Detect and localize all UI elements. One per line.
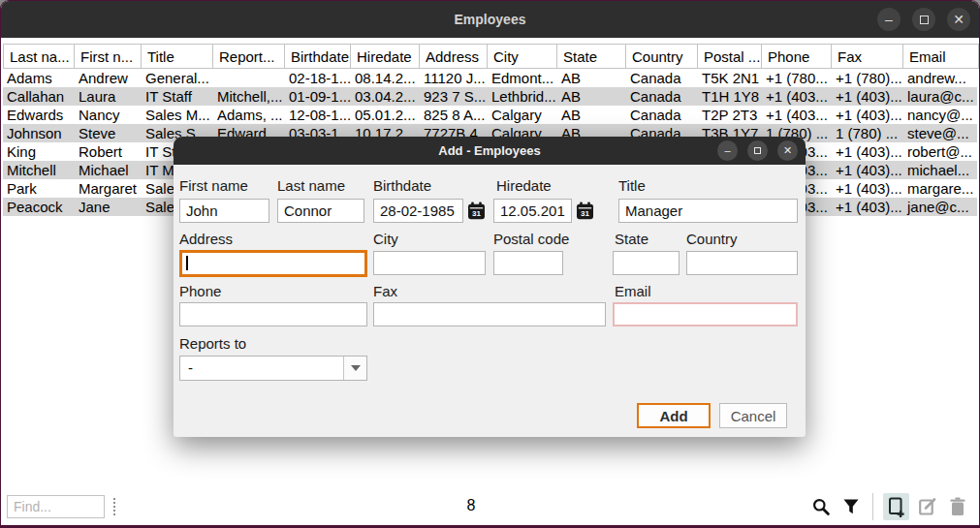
- table-cell[interactable]: margare...: [903, 179, 979, 198]
- table-cell[interactable]: 825 8 A...: [420, 106, 488, 124]
- table-cell[interactable]: AB: [557, 106, 626, 124]
- column-header-3[interactable]: Report...: [213, 44, 285, 69]
- table-row[interactable]: CallahanLauraIT StaffMitchell,...01-09-1…: [3, 87, 977, 106]
- column-header-0[interactable]: Last na...: [3, 44, 75, 69]
- last-name-field[interactable]: [277, 199, 364, 223]
- table-cell[interactable]: Canada: [626, 106, 698, 124]
- dialog-minimize-button[interactable]: –: [717, 140, 738, 161]
- table-cell[interactable]: nancy@...: [903, 106, 979, 124]
- table-cell[interactable]: Canada: [626, 69, 698, 87]
- table-cell[interactable]: AB: [557, 69, 626, 87]
- table-cell[interactable]: Edmont...: [488, 69, 557, 87]
- title-field[interactable]: [618, 199, 798, 223]
- table-cell[interactable]: T5K 2N1: [698, 69, 762, 87]
- table-cell[interactable]: +1 (403)...: [832, 198, 903, 216]
- column-header-8[interactable]: State: [557, 44, 626, 69]
- table-row[interactable]: EdwardsNancySales M...Adams, ...12-08-1.…: [3, 106, 977, 124]
- table-cell[interactable]: +1 (403...: [762, 87, 832, 106]
- country-field[interactable]: [686, 251, 798, 275]
- find-input[interactable]: [7, 495, 105, 518]
- state-field[interactable]: [613, 251, 680, 275]
- fax-field[interactable]: [373, 302, 606, 326]
- table-cell[interactable]: Steve: [75, 124, 142, 142]
- table-cell[interactable]: Margaret: [75, 179, 142, 198]
- column-header-4[interactable]: Birthdate: [285, 44, 351, 69]
- column-header-11[interactable]: Phone: [762, 44, 832, 69]
- table-cell[interactable]: 12-08-1...: [285, 106, 351, 124]
- table-cell[interactable]: michael...: [903, 161, 979, 179]
- phone-field[interactable]: [179, 302, 367, 326]
- column-header-7[interactable]: City: [488, 44, 557, 69]
- table-cell[interactable]: 1 (780) ...: [832, 124, 903, 142]
- table-cell[interactable]: 01-09-1...: [285, 87, 351, 106]
- table-cell[interactable]: +1 (403)...: [832, 106, 903, 124]
- table-cell[interactable]: Edwards: [3, 106, 75, 124]
- table-cell[interactable]: +1 (403)...: [832, 179, 903, 198]
- table-cell[interactable]: jane@c...: [903, 198, 979, 216]
- table-cell[interactable]: Johnson: [3, 124, 75, 142]
- table-cell[interactable]: +1 (780)...: [832, 69, 903, 87]
- table-cell[interactable]: T1H 1Y8: [698, 87, 762, 106]
- table-cell[interactable]: laura@c...: [903, 87, 979, 106]
- table-cell[interactable]: 02-18-1...: [285, 69, 351, 87]
- table-cell[interactable]: 923 7 S...: [420, 87, 488, 106]
- table-cell[interactable]: Mitchell: [3, 161, 75, 179]
- birthdate-calendar-button[interactable]: 31: [467, 202, 486, 220]
- table-cell[interactable]: Callahan: [3, 87, 75, 106]
- table-cell[interactable]: +1 (403)...: [832, 161, 903, 179]
- column-header-6[interactable]: Address: [420, 44, 488, 69]
- table-cell[interactable]: +1 (403)...: [832, 87, 903, 106]
- table-cell[interactable]: Jane: [75, 198, 142, 216]
- column-header-13[interactable]: Email: [903, 44, 979, 69]
- address-field[interactable]: [179, 250, 367, 277]
- table-cell[interactable]: Calgary: [488, 106, 557, 124]
- table-cell[interactable]: [213, 69, 285, 87]
- table-cell[interactable]: 03.04.2...: [351, 87, 420, 106]
- table-cell[interactable]: AB: [557, 87, 626, 106]
- city-field[interactable]: [373, 251, 486, 275]
- table-cell[interactable]: Park: [3, 179, 75, 198]
- maximize-button[interactable]: [912, 8, 935, 31]
- email-field[interactable]: [613, 302, 798, 326]
- search-button[interactable]: [809, 494, 833, 519]
- table-cell[interactable]: +1 (403...: [762, 106, 832, 124]
- dialog-close-button[interactable]: ✕: [777, 140, 798, 161]
- table-cell[interactable]: Adams, ...: [213, 106, 285, 124]
- delete-record-button[interactable]: [946, 494, 969, 519]
- table-cell[interactable]: Adams: [3, 69, 75, 87]
- column-header-10[interactable]: Postal ...: [698, 44, 762, 69]
- hiredate-field[interactable]: [493, 199, 572, 223]
- birthdate-field[interactable]: [373, 199, 463, 223]
- column-header-12[interactable]: Fax: [832, 44, 903, 69]
- column-header-9[interactable]: Country: [626, 44, 698, 69]
- table-cell[interactable]: IT Staff: [142, 87, 213, 106]
- filter-button[interactable]: [839, 494, 863, 519]
- dialog-maximize-button[interactable]: [747, 140, 768, 161]
- first-name-field[interactable]: [179, 199, 269, 223]
- table-cell[interactable]: 08.14.2...: [351, 69, 420, 87]
- table-cell[interactable]: Michael: [75, 161, 142, 179]
- table-cell[interactable]: robert@...: [903, 142, 979, 161]
- table-row[interactable]: AdamsAndrewGeneral...02-18-1...08.14.2..…: [3, 69, 977, 87]
- hiredate-calendar-button[interactable]: 31: [576, 202, 594, 220]
- minimize-button[interactable]: –: [877, 8, 901, 31]
- table-cell[interactable]: Canada: [626, 87, 698, 106]
- table-cell[interactable]: +1 (403)...: [832, 142, 903, 161]
- table-cell[interactable]: 11120 J...: [420, 69, 488, 87]
- add-button[interactable]: Add: [637, 403, 711, 428]
- edit-record-button[interactable]: [916, 494, 939, 519]
- table-cell[interactable]: Andrew: [75, 69, 142, 87]
- table-cell[interactable]: King: [3, 142, 75, 161]
- table-cell[interactable]: +1 (780...: [762, 69, 832, 87]
- table-cell[interactable]: 05.01.2...: [351, 106, 420, 124]
- table-cell[interactable]: Laura: [75, 87, 142, 106]
- column-header-5[interactable]: Hiredate: [351, 44, 420, 69]
- table-cell[interactable]: steve@...: [903, 124, 979, 142]
- table-cell[interactable]: T2P 2T3: [698, 106, 762, 124]
- dropdown-arrow-area[interactable]: [343, 357, 366, 380]
- table-cell[interactable]: Sales M...: [142, 106, 213, 124]
- table-cell[interactable]: Nancy: [75, 106, 142, 124]
- column-header-2[interactable]: Title: [142, 44, 213, 69]
- table-cell[interactable]: General...: [142, 69, 213, 87]
- table-cell[interactable]: Peacock: [3, 198, 75, 216]
